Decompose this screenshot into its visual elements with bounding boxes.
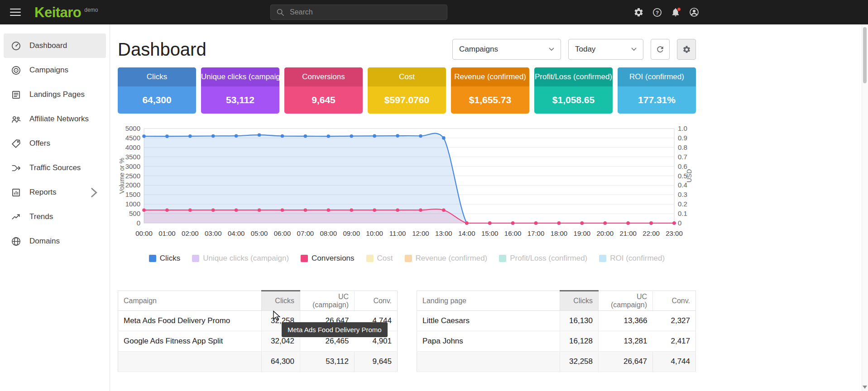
metric-card-profit-loss-confirmed[interactable]: Profit/Loss (confirmed)$1,058.65 xyxy=(534,67,613,114)
account-icon[interactable] xyxy=(689,7,700,18)
notification-badge xyxy=(677,7,681,11)
column-header-clicks[interactable]: Clicks xyxy=(560,291,599,311)
search-input[interactable] xyxy=(289,8,441,17)
name-cell[interactable]: Google Ads Fitness App Split xyxy=(118,331,262,352)
sidebar-item-reports[interactable]: Reports xyxy=(4,180,106,205)
sidebar-item-label: Campaigns xyxy=(29,66,68,75)
y-axis-tick: 2000 xyxy=(125,181,140,189)
metric-value: 64,300 xyxy=(118,86,196,114)
chevron-down-icon xyxy=(549,48,554,51)
sidebar-item-traffic-sources[interactable]: Traffic Sources xyxy=(4,156,106,180)
name-cell xyxy=(118,352,262,372)
data-point xyxy=(396,134,399,138)
y-axis-tick: 4500 xyxy=(125,134,140,142)
x-axis-tick: 09:00 xyxy=(343,229,360,237)
metric-label: Profit/Loss (confirmed) xyxy=(534,67,613,86)
date-range-select[interactable]: Today xyxy=(568,39,643,60)
y-axis-title: Volume or % xyxy=(118,158,125,194)
legend-label: Conversions xyxy=(312,254,355,263)
dashboard-settings-button[interactable] xyxy=(677,39,696,60)
legend-item-roi-confirmed[interactable]: ROI (confirmed) xyxy=(599,254,665,263)
scrollbar[interactable] xyxy=(862,24,868,391)
column-header-conv[interactable]: Conv. xyxy=(653,291,696,311)
legend-label: Clicks xyxy=(160,254,180,263)
legend-swatch xyxy=(599,255,606,262)
refresh-button[interactable] xyxy=(651,39,670,60)
data-point xyxy=(281,134,284,138)
x-axis-tick: 22:00 xyxy=(643,229,660,237)
y2-axis-tick: 0 xyxy=(678,219,681,227)
legend-item-cost[interactable]: Cost xyxy=(366,254,393,263)
name-cell[interactable]: Little Caesars xyxy=(417,311,560,331)
data-point xyxy=(304,134,307,138)
table-row[interactable]: Papa Johns16,12813,2812,417 xyxy=(417,331,696,352)
name-cell[interactable]: Papa Johns xyxy=(417,331,560,352)
topbar-icons: ? xyxy=(633,0,700,24)
menu-icon[interactable] xyxy=(10,6,21,18)
legend-item-profit-loss-confirmed[interactable]: Profit/Loss (confirmed) xyxy=(499,254,587,263)
grouping-select-value: Campaigns xyxy=(459,45,498,54)
column-header-conv[interactable]: Conv. xyxy=(355,291,398,311)
grouping-select[interactable]: Campaigns xyxy=(452,39,561,60)
bell-icon[interactable] xyxy=(670,7,681,18)
x-axis-tick: 02:00 xyxy=(182,229,199,237)
sidebar-item-campaigns[interactable]: Campaigns xyxy=(4,58,106,82)
legend-item-unique-clicks-campaign[interactable]: Unique clicks (campaign) xyxy=(192,254,289,263)
chevron-down-icon xyxy=(631,48,637,51)
help-icon[interactable]: ? xyxy=(652,7,662,18)
y2-axis-tick: 0.8 xyxy=(678,143,687,151)
data-point xyxy=(488,221,492,225)
x-axis-tick: 14:00 xyxy=(458,229,475,237)
sidebar-item-affiliate-networks[interactable]: Affiliate Networks xyxy=(4,107,106,131)
sidebar-item-offers[interactable]: Offers xyxy=(4,131,106,156)
sidebar-item-label: Traffic Sources xyxy=(29,163,81,172)
chart-canvas: 005000.110000.215000.320000.425000.53000… xyxy=(118,124,696,247)
value-cell: 53,112 xyxy=(300,352,355,372)
value-cell: 13,366 xyxy=(599,311,653,331)
x-axis-tick: 04:00 xyxy=(228,229,245,237)
scrollbar-down-arrow[interactable] xyxy=(863,386,867,389)
metric-card-revenue-confirmed[interactable]: Revenue (confirmed)$1,655.73 xyxy=(451,67,529,114)
column-header-campaign[interactable]: Campaign xyxy=(118,291,262,311)
column-header-clicks[interactable]: Clicks xyxy=(262,291,300,311)
metric-card-cost[interactable]: Cost$597.0760 xyxy=(368,67,446,114)
metric-label: Revenue (confirmed) xyxy=(451,67,529,86)
affiliate-networks-icon xyxy=(11,114,21,124)
metric-card-conversions[interactable]: Conversions9,645 xyxy=(284,67,363,114)
sidebar-item-domains[interactable]: Domains xyxy=(4,229,106,253)
sidebar-item-trends[interactable]: Trends xyxy=(4,205,106,229)
metric-label: Clicks xyxy=(118,67,196,86)
logo[interactable]: Keitaro demo xyxy=(34,5,98,19)
metric-card-roi-confirmed[interactable]: ROI (confirmed)177.31% xyxy=(618,67,696,114)
chevron-right-icon xyxy=(89,187,100,198)
gear-icon[interactable] xyxy=(633,7,644,18)
data-point xyxy=(165,208,169,212)
y-axis-tick: 2500 xyxy=(125,172,140,180)
search-box[interactable] xyxy=(270,5,447,20)
data-point xyxy=(580,221,584,225)
value-cell: 4,744 xyxy=(653,352,696,372)
metric-value: $597.0760 xyxy=(368,86,446,114)
value-cell: 2,327 xyxy=(653,311,696,331)
legend-item-conversions[interactable]: Conversions xyxy=(301,254,355,263)
data-point xyxy=(396,208,399,212)
x-axis-tick: 18:00 xyxy=(551,229,568,237)
y-axis-tick: 0 xyxy=(137,219,140,227)
metric-card-clicks[interactable]: Clicks64,300 xyxy=(118,67,196,114)
y2-axis-tick: 0.9 xyxy=(678,134,687,142)
scrollbar-thumb[interactable] xyxy=(863,27,867,83)
x-axis-tick: 16:00 xyxy=(504,229,522,237)
data-point xyxy=(419,134,422,138)
metric-card-unique-clicks-campaign[interactable]: Unique clicks (campaign)53,112 xyxy=(201,67,279,114)
data-point xyxy=(373,134,376,138)
legend-item-clicks[interactable]: Clicks xyxy=(149,254,180,263)
name-cell[interactable]: Meta Ads Food Delivery Promo xyxy=(118,311,262,331)
sidebar-item-landings-pages[interactable]: Landings Pages xyxy=(4,82,106,107)
legend-item-revenue-confirmed[interactable]: Revenue (confirmed) xyxy=(405,254,488,263)
column-header-uc-campaign[interactable]: UC (campaign) xyxy=(599,291,653,311)
sidebar-item-dashboard[interactable]: Dashboard xyxy=(4,33,106,58)
column-header-landing-page[interactable]: Landing page xyxy=(417,291,560,311)
column-header-uc-campaign[interactable]: UC (campaign) xyxy=(300,291,355,311)
table-row[interactable]: Little Caesars16,13013,3662,327 xyxy=(417,311,696,331)
data-point xyxy=(350,134,353,138)
